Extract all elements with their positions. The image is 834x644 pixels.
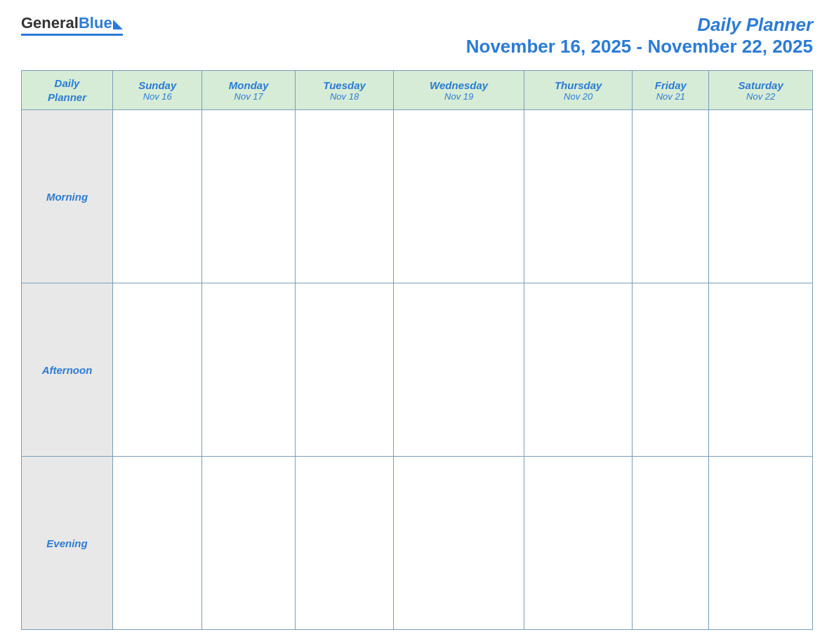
time-label-evening: Evening [22,457,113,630]
page-title: Daily Planner [466,14,813,36]
evening-saturday-cell[interactable] [709,457,813,630]
table-row-morning: Morning [22,110,813,283]
afternoon-monday-cell[interactable] [202,283,295,457]
afternoon-friday-cell[interactable] [633,283,709,457]
morning-thursday-cell[interactable] [524,110,633,283]
logo-text-blue: Blue [79,14,112,32]
title-container: Daily Planner November 16, 2025 - Novemb… [466,14,813,58]
morning-friday-cell[interactable] [633,110,709,283]
evening-monday-cell[interactable] [202,457,295,630]
evening-friday-cell[interactable] [633,457,709,630]
morning-tuesday-cell[interactable] [295,110,393,283]
logo: General Blue [21,14,123,32]
afternoon-tuesday-cell[interactable] [295,283,393,457]
logo-text-general: General [21,14,79,32]
header: General Blue Daily Planner November 16, … [21,14,813,58]
afternoon-sunday-cell[interactable] [113,283,202,457]
table-header-thursday: Thursday Nov 20 [524,71,633,110]
afternoon-thursday-cell[interactable] [524,283,633,457]
table-header-wednesday: Wednesday Nov 19 [394,71,524,110]
time-label-afternoon: Afternoon [22,283,113,457]
date-range: November 16, 2025 - November 22, 2025 [466,36,813,58]
logo-triangle-icon [113,20,123,29]
table-header-friday: Friday Nov 21 [633,71,709,110]
evening-wednesday-cell[interactable] [394,457,524,630]
page: General Blue Daily Planner November 16, … [0,0,834,644]
logo-container: General Blue [21,14,123,36]
table-header-topleft: Daily Planner [22,71,113,110]
evening-tuesday-cell[interactable] [295,457,393,630]
table-header-sunday: Sunday Nov 16 [113,71,202,110]
logo-underline [21,34,123,36]
table-header-tuesday: Tuesday Nov 18 [295,71,393,110]
table-row-evening: Evening [22,457,813,630]
table-header-saturday: Saturday Nov 22 [709,71,813,110]
morning-wednesday-cell[interactable] [394,110,524,283]
topleft-label: Daily Planner [48,77,86,103]
table-header-row: Daily Planner Sunday Nov 16 Monday Nov 1… [22,71,813,110]
evening-sunday-cell[interactable] [113,457,202,630]
morning-saturday-cell[interactable] [709,110,813,283]
afternoon-wednesday-cell[interactable] [394,283,524,457]
afternoon-saturday-cell[interactable] [709,283,813,457]
morning-monday-cell[interactable] [202,110,295,283]
planner-table: Daily Planner Sunday Nov 16 Monday Nov 1… [21,70,813,630]
time-label-morning: Morning [22,110,113,283]
evening-thursday-cell[interactable] [524,457,633,630]
morning-sunday-cell[interactable] [113,110,202,283]
table-header-monday: Monday Nov 17 [202,71,295,110]
table-row-afternoon: Afternoon [22,283,813,457]
